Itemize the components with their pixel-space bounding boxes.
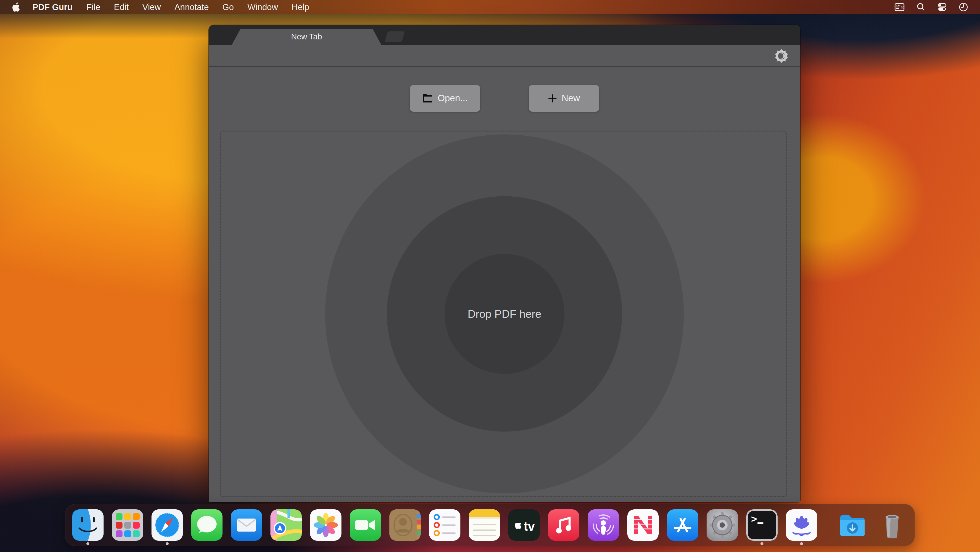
- dock-finder-icon[interactable]: [72, 509, 103, 541]
- dock-photos-icon[interactable]: [310, 509, 342, 541]
- dock: tv: [65, 504, 915, 546]
- dock-tv-icon[interactable]: tv: [508, 509, 540, 541]
- tab-new-tab[interactable]: New Tab: [232, 29, 382, 45]
- drop-zone-inner-circle: Drop PDF here: [445, 254, 565, 374]
- menu-bar-left: PDF Guru File Edit View Annotate Go Wind…: [0, 2, 316, 13]
- dock-system-settings-icon[interactable]: [706, 509, 738, 541]
- dock-contacts-icon[interactable]: [390, 509, 421, 541]
- dock-mail-icon[interactable]: [231, 509, 262, 541]
- svg-text:⌘: ⌘: [900, 6, 904, 10]
- dock-podcasts-icon[interactable]: [588, 509, 619, 541]
- menu-file[interactable]: File: [80, 2, 107, 12]
- dock-pdf-guru-icon[interactable]: [786, 509, 817, 541]
- theme-toggle-sun-moon-icon[interactable]: [774, 49, 789, 63]
- menu-bar-status-area: ⌘: [894, 2, 980, 13]
- svg-text:>: >: [751, 514, 757, 525]
- dock-launchpad-icon[interactable]: [112, 509, 143, 541]
- drop-zone-label: Drop PDF here: [468, 308, 541, 320]
- clock-icon[interactable]: [958, 2, 969, 13]
- menu-view[interactable]: View: [135, 2, 167, 12]
- window-content: Open... New Drop PDF here: [208, 67, 800, 502]
- menu-edit[interactable]: Edit: [107, 2, 135, 12]
- dock-trash-icon[interactable]: [877, 509, 908, 541]
- menu-annotate[interactable]: Annotate: [167, 2, 215, 12]
- menu-help[interactable]: Help: [285, 2, 316, 12]
- folder-icon: [422, 94, 433, 103]
- tab-stub[interactable]: [385, 31, 405, 42]
- tab-label: New Tab: [291, 32, 322, 41]
- plus-icon: [548, 94, 557, 103]
- dock-downloads-folder-icon[interactable]: [837, 509, 868, 541]
- pdf-guru-window: New Tab Open...: [208, 25, 800, 502]
- menu-go[interactable]: Go: [216, 2, 241, 12]
- desktop: PDF Guru File Edit View Annotate Go Wind…: [0, 0, 980, 552]
- action-buttons-row: Open... New: [208, 85, 800, 112]
- dock-messages-icon[interactable]: [191, 509, 223, 541]
- spotlight-search-icon[interactable]: [915, 2, 926, 13]
- apple-menu-icon[interactable]: [13, 2, 21, 13]
- menu-bar: PDF Guru File Edit View Annotate Go Wind…: [0, 0, 980, 14]
- dock-terminal-icon[interactable]: >: [746, 509, 778, 541]
- dock-music-icon[interactable]: [548, 509, 579, 541]
- control-center-icon[interactable]: [937, 2, 947, 13]
- tab-bar: New Tab: [208, 25, 800, 45]
- dock-safari-icon[interactable]: [151, 509, 183, 541]
- dock-app-store-icon[interactable]: [667, 509, 698, 541]
- dock-facetime-icon[interactable]: [350, 509, 381, 541]
- dock-notes-icon[interactable]: [469, 509, 500, 541]
- menu-window[interactable]: Window: [240, 2, 285, 12]
- toolbar: [208, 45, 800, 67]
- open-button-label: Open...: [438, 93, 468, 104]
- keyboard-command-icon[interactable]: ⌘: [894, 2, 905, 13]
- new-button[interactable]: New: [529, 85, 599, 112]
- dock-reminders-icon[interactable]: [429, 509, 460, 541]
- dock-news-icon[interactable]: [627, 509, 659, 541]
- svg-text:tv: tv: [524, 519, 535, 533]
- new-button-label: New: [562, 93, 580, 104]
- dock-maps-icon[interactable]: [270, 509, 302, 541]
- open-button[interactable]: Open...: [410, 85, 480, 112]
- dock-separator: [827, 510, 827, 541]
- menu-app-name[interactable]: PDF Guru: [33, 2, 73, 12]
